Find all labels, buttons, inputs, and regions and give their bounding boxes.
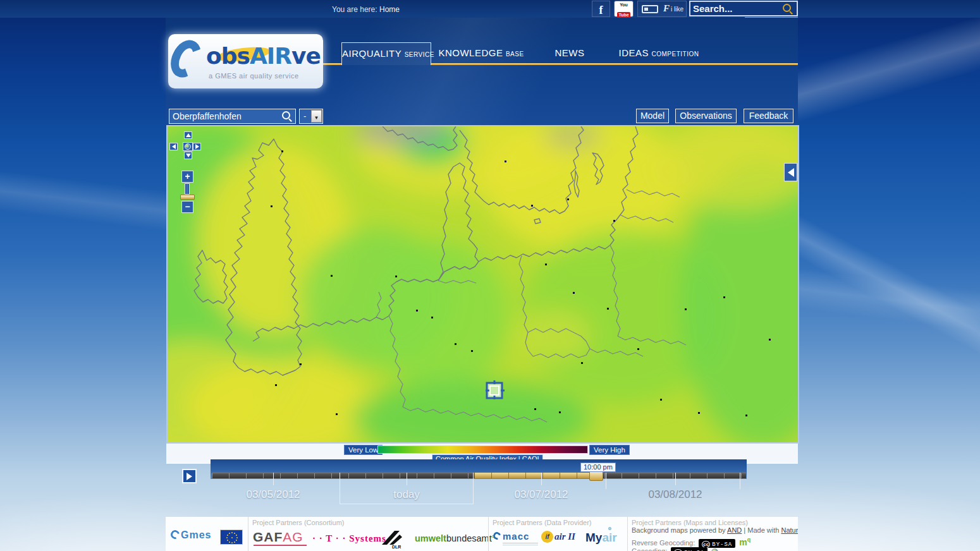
timeline-date[interactable]: 03/08/2012: [628, 488, 723, 501]
reverse-geocoding-credit: Reverse Geocoding: ccBY-SA mq: [632, 536, 750, 548]
legend-gradient-bar: [377, 445, 588, 454]
logo-text-ve: ve: [291, 43, 321, 69]
arrow-up-icon: [186, 133, 191, 137]
tab-ideas-competition[interactable]: IDEAS COMPETITION: [609, 42, 708, 65]
facebook-like-widget[interactable]: F i like: [637, 1, 687, 17]
timeline-date[interactable]: 03/05/2012: [226, 488, 321, 501]
chevron-left-icon: [788, 168, 794, 177]
observations-button[interactable]: Observations: [675, 109, 737, 123]
play-icon: [187, 473, 192, 480]
today-bracket: [340, 504, 474, 504]
nav-underline: [320, 63, 341, 65]
location-search-icon[interactable]: [282, 111, 292, 121]
natural-earth-link[interactable]: Natural Earth: [781, 526, 798, 534]
pan-up-button[interactable]: [184, 131, 192, 139]
zoom-in-button[interactable]: +: [181, 171, 193, 183]
eu-flag-icon: [220, 530, 243, 545]
geocoding-credit: Geocoding: ccBY-SA: [632, 547, 718, 551]
layer-select[interactable]: - ▼: [299, 109, 323, 124]
feedback-button[interactable]: Feedback: [744, 109, 793, 123]
breadcrumb-home-link[interactable]: Home: [379, 5, 400, 14]
facebook-icon[interactable]: f: [592, 1, 610, 17]
tab-news[interactable]: NEWS: [542, 42, 597, 65]
search-icon[interactable]: [783, 4, 793, 14]
air-quality-map[interactable]: + −: [166, 125, 799, 444]
arrow-down-icon: [186, 154, 191, 157]
tab-airquality-service[interactable]: AIRQUALITY SERVICE: [341, 42, 431, 65]
breadcrumb: You are here: Home: [332, 5, 400, 14]
search-input[interactable]: [693, 3, 778, 14]
play-button[interactable]: [182, 469, 197, 483]
location-input[interactable]: [173, 111, 277, 122]
like-f-glyph: F: [663, 3, 670, 14]
logo-crescent-icon: [165, 35, 207, 83]
collapse-panel-button[interactable]: [784, 163, 797, 181]
arrow-left-icon: [172, 144, 176, 149]
myair-logo[interactable]: Myair: [585, 531, 617, 545]
zoom-slider-handle[interactable]: [180, 195, 195, 200]
topbar: You are here: Home f You Tube F i like: [0, 0, 980, 18]
youtube-icon[interactable]: You Tube: [614, 1, 634, 17]
and-link[interactable]: AND: [727, 526, 742, 534]
gaf-ag-logo[interactable]: GAFAG: [253, 530, 303, 545]
layer-select-value: -: [303, 111, 306, 121]
breadcrumb-label: You are here:: [332, 5, 377, 14]
logo-text-obs: obs: [206, 43, 250, 69]
zoom-out-button[interactable]: −: [181, 201, 193, 213]
background-maps-credit: Background maps powered by AND | Made wi…: [632, 526, 798, 534]
umweltbundesamt-logo[interactable]: umweltbundesamto: [415, 533, 494, 543]
dlr-icon: [381, 530, 402, 546]
mapquest-logo[interactable]: mq: [739, 537, 750, 547]
cc-badge[interactable]: ccBY-SA: [671, 547, 707, 551]
timeline-elapsed-range: [474, 473, 595, 478]
map-canvas: [168, 126, 798, 442]
pan-right-button[interactable]: [193, 143, 201, 150]
obsairve-logo[interactable]: obsAIRve a GMES air quality service: [168, 34, 323, 88]
zoom-slider-track[interactable]: [185, 183, 190, 195]
pan-down-button[interactable]: [184, 152, 192, 159]
chevron-down-icon[interactable]: ▼: [311, 110, 322, 123]
logo-text-air: AIR: [250, 43, 291, 69]
footer: Gmes Project Partners (Consortium) GAFAG…: [166, 517, 798, 551]
pan-left-button[interactable]: [169, 143, 178, 150]
globe-icon: [711, 548, 718, 551]
logo-subtitle: a GMES air quality service: [209, 72, 299, 80]
location-search-box: [169, 109, 296, 124]
tab-knowledge-base[interactable]: KNOWLEDGE BASE: [435, 42, 527, 65]
location-marker-icon: [486, 380, 505, 399]
globe-icon: [185, 143, 191, 150]
maps-licenses-header: Project Partners (Maps and Licenses): [632, 519, 748, 526]
recenter-button[interactable]: [183, 142, 193, 151]
model-button[interactable]: Model: [636, 109, 669, 123]
page: You are here: Home f You Tube F i like L…: [0, 0, 980, 551]
timeline-date-today[interactable]: today: [359, 488, 454, 501]
cc-by-sa-badge[interactable]: ccBY-SA: [699, 539, 735, 548]
like-label: i like: [671, 6, 683, 13]
legend-high-label: Very High: [589, 445, 630, 455]
data-provider-header: Project Partners (Data Provider): [493, 519, 592, 526]
time-tooltip: 10:00 pm: [580, 463, 616, 472]
arrow-right-icon: [195, 144, 199, 149]
consortium-header: Project Partners (Consortium): [252, 519, 345, 526]
site-search: [689, 1, 798, 16]
timeline-date[interactable]: 03/07/2012: [494, 488, 589, 501]
flag-checkbox-icon: [642, 5, 658, 13]
